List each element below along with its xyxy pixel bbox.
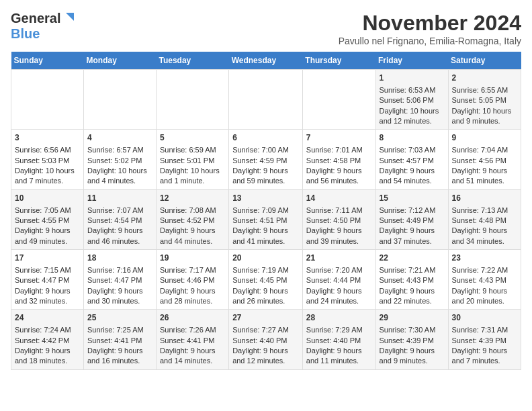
day-info: Sunrise: 7:13 AM Sunset: 4:48 PM Dayligh… (452, 206, 508, 245)
day-info: Sunrise: 7:08 AM Sunset: 4:52 PM Dayligh… (160, 206, 216, 245)
day-info: Sunrise: 7:03 AM Sunset: 4:57 PM Dayligh… (380, 146, 436, 185)
day-info: Sunrise: 6:57 AM Sunset: 5:02 PM Dayligh… (87, 146, 147, 185)
day-number: 9 (452, 132, 517, 144)
day-cell: 2Sunrise: 6:55 AM Sunset: 5:05 PM Daylig… (448, 70, 521, 130)
header-monday: Monday (83, 52, 156, 70)
day-number: 5 (160, 132, 225, 144)
day-info: Sunrise: 7:24 AM Sunset: 4:42 PM Dayligh… (15, 326, 71, 365)
header-wednesday: Wednesday (229, 52, 303, 70)
day-cell (156, 70, 228, 130)
day-number: 29 (380, 312, 445, 324)
day-cell: 1Sunrise: 6:53 AM Sunset: 5:06 PM Daylig… (375, 70, 448, 130)
day-cell: 5Sunrise: 6:59 AM Sunset: 5:01 PM Daylig… (156, 130, 228, 189)
day-cell: 20Sunrise: 7:19 AM Sunset: 4:45 PM Dayli… (229, 250, 303, 310)
week-row-4: 24Sunrise: 7:24 AM Sunset: 4:42 PM Dayli… (11, 310, 521, 369)
day-cell: 14Sunrise: 7:11 AM Sunset: 4:50 PM Dayli… (302, 189, 375, 249)
day-cell: 15Sunrise: 7:12 AM Sunset: 4:49 PM Dayli… (375, 189, 448, 249)
day-number: 19 (160, 253, 225, 264)
day-cell: 19Sunrise: 7:17 AM Sunset: 4:46 PM Dayli… (156, 250, 228, 310)
day-info: Sunrise: 6:55 AM Sunset: 5:05 PM Dayligh… (452, 86, 512, 125)
day-number: 6 (232, 132, 299, 144)
day-number: 21 (306, 253, 372, 264)
week-row-1: 3Sunrise: 6:56 AM Sunset: 5:03 PM Daylig… (11, 130, 521, 189)
day-cell: 18Sunrise: 7:16 AM Sunset: 4:47 PM Dayli… (83, 250, 156, 310)
day-cell: 21Sunrise: 7:20 AM Sunset: 4:44 PM Dayli… (302, 250, 375, 310)
day-cell: 10Sunrise: 7:05 AM Sunset: 4:55 PM Dayli… (11, 189, 84, 249)
day-number: 11 (87, 193, 152, 204)
day-cell: 26Sunrise: 7:26 AM Sunset: 4:41 PM Dayli… (156, 310, 228, 369)
day-number: 26 (160, 312, 225, 324)
header-row: SundayMondayTuesdayWednesdayThursdayFrid… (11, 52, 521, 70)
header-saturday: Saturday (448, 52, 521, 70)
day-info: Sunrise: 7:25 AM Sunset: 4:41 PM Dayligh… (87, 326, 144, 365)
day-number: 25 (87, 312, 152, 324)
day-info: Sunrise: 7:05 AM Sunset: 4:55 PM Dayligh… (15, 206, 71, 245)
day-number: 18 (87, 253, 152, 264)
day-number: 15 (380, 193, 445, 204)
logo-icon (62, 11, 74, 24)
day-number: 8 (380, 132, 445, 144)
day-number: 23 (452, 253, 517, 264)
day-cell: 11Sunrise: 7:07 AM Sunset: 4:54 PM Dayli… (83, 189, 156, 249)
day-cell: 3Sunrise: 6:56 AM Sunset: 5:03 PM Daylig… (11, 130, 84, 189)
day-info: Sunrise: 7:15 AM Sunset: 4:47 PM Dayligh… (15, 266, 71, 305)
day-number: 30 (452, 312, 517, 324)
day-cell: 24Sunrise: 7:24 AM Sunset: 4:42 PM Dayli… (11, 310, 84, 369)
day-cell: 13Sunrise: 7:09 AM Sunset: 4:51 PM Dayli… (229, 189, 303, 249)
day-number: 3 (15, 132, 80, 144)
week-row-2: 10Sunrise: 7:05 AM Sunset: 4:55 PM Dayli… (11, 189, 521, 249)
day-info: Sunrise: 6:59 AM Sunset: 5:01 PM Dayligh… (160, 146, 220, 185)
header-thursday: Thursday (302, 52, 375, 70)
day-info: Sunrise: 7:01 AM Sunset: 4:58 PM Dayligh… (306, 146, 363, 185)
day-cell: 27Sunrise: 7:27 AM Sunset: 4:40 PM Dayli… (229, 310, 303, 369)
day-number: 12 (160, 193, 225, 204)
day-cell (11, 70, 84, 130)
day-info: Sunrise: 7:00 AM Sunset: 4:59 PM Dayligh… (232, 146, 289, 185)
day-cell (83, 70, 156, 130)
week-row-0: 1Sunrise: 6:53 AM Sunset: 5:06 PM Daylig… (11, 70, 521, 130)
day-cell: 9Sunrise: 7:04 AM Sunset: 4:56 PM Daylig… (448, 130, 521, 189)
day-number: 22 (380, 253, 445, 264)
day-info: Sunrise: 7:09 AM Sunset: 4:51 PM Dayligh… (232, 206, 289, 245)
day-info: Sunrise: 7:19 AM Sunset: 4:45 PM Dayligh… (232, 266, 289, 305)
day-info: Sunrise: 7:27 AM Sunset: 4:40 PM Dayligh… (232, 326, 289, 365)
day-info: Sunrise: 7:12 AM Sunset: 4:49 PM Dayligh… (380, 206, 436, 245)
day-number: 1 (380, 73, 445, 84)
day-cell: 25Sunrise: 7:25 AM Sunset: 4:41 PM Dayli… (83, 310, 156, 369)
day-info: Sunrise: 6:56 AM Sunset: 5:03 PM Dayligh… (15, 146, 75, 185)
day-cell: 7Sunrise: 7:01 AM Sunset: 4:58 PM Daylig… (302, 130, 375, 189)
day-info: Sunrise: 7:26 AM Sunset: 4:41 PM Dayligh… (160, 326, 216, 365)
day-number: 20 (232, 253, 299, 264)
day-info: Sunrise: 7:30 AM Sunset: 4:39 PM Dayligh… (380, 326, 436, 365)
location-subtitle: Pavullo nel Frignano, Emilia-Romagna, It… (339, 36, 521, 46)
day-cell: 6Sunrise: 7:00 AM Sunset: 4:59 PM Daylig… (229, 130, 303, 189)
day-number: 4 (87, 132, 152, 144)
day-number: 7 (306, 132, 372, 144)
day-cell: 8Sunrise: 7:03 AM Sunset: 4:57 PM Daylig… (375, 130, 448, 189)
day-number: 24 (15, 312, 80, 324)
day-number: 2 (452, 73, 517, 84)
day-cell: 29Sunrise: 7:30 AM Sunset: 4:39 PM Dayli… (375, 310, 448, 369)
logo: General Blue (11, 11, 74, 42)
day-info: Sunrise: 7:16 AM Sunset: 4:47 PM Dayligh… (87, 266, 144, 305)
day-number: 16 (452, 193, 517, 204)
day-cell: 23Sunrise: 7:22 AM Sunset: 4:43 PM Dayli… (448, 250, 521, 310)
day-number: 10 (15, 193, 80, 204)
logo-general: General (11, 11, 60, 26)
day-cell: 30Sunrise: 7:31 AM Sunset: 4:39 PM Dayli… (448, 310, 521, 369)
header-friday: Friday (375, 52, 448, 70)
day-number: 14 (306, 193, 372, 204)
day-info: Sunrise: 7:17 AM Sunset: 4:46 PM Dayligh… (160, 266, 216, 305)
day-cell: 28Sunrise: 7:29 AM Sunset: 4:40 PM Dayli… (302, 310, 375, 369)
day-info: Sunrise: 7:04 AM Sunset: 4:56 PM Dayligh… (452, 146, 508, 185)
day-info: Sunrise: 6:53 AM Sunset: 5:06 PM Dayligh… (380, 86, 439, 125)
day-cell: 22Sunrise: 7:21 AM Sunset: 4:43 PM Dayli… (375, 250, 448, 310)
day-info: Sunrise: 7:11 AM Sunset: 4:50 PM Dayligh… (306, 206, 363, 245)
header-sunday: Sunday (11, 52, 84, 70)
week-row-3: 17Sunrise: 7:15 AM Sunset: 4:47 PM Dayli… (11, 250, 521, 310)
svg-marker-0 (66, 13, 74, 21)
day-info: Sunrise: 7:07 AM Sunset: 4:54 PM Dayligh… (87, 206, 144, 245)
day-number: 17 (15, 253, 80, 264)
day-number: 28 (306, 312, 372, 324)
day-info: Sunrise: 7:29 AM Sunset: 4:40 PM Dayligh… (306, 326, 363, 365)
